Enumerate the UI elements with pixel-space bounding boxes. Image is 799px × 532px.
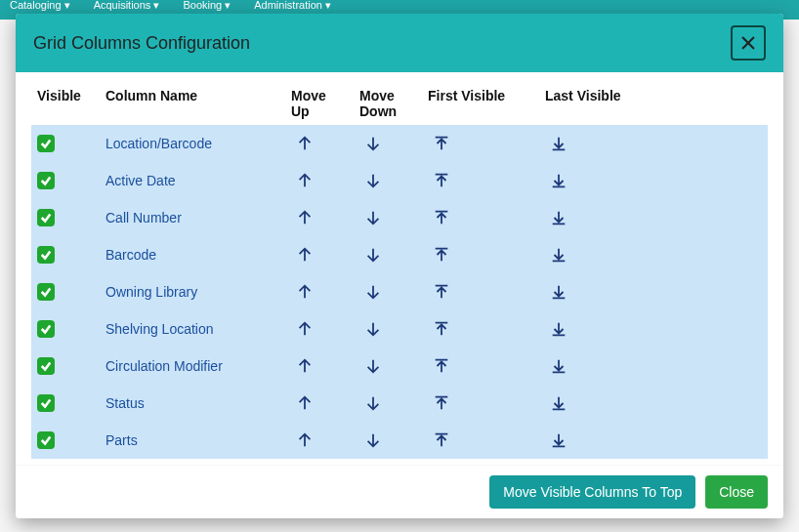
- move-down-button[interactable]: [359, 280, 387, 304]
- move-up-button[interactable]: [291, 206, 318, 229]
- column-name[interactable]: Parts: [105, 432, 138, 448]
- visible-toggle[interactable]: [37, 357, 55, 375]
- column-name[interactable]: Barcode: [105, 247, 156, 263]
- header-last-visible: Last Visible: [539, 78, 768, 125]
- move-down-button[interactable]: [359, 317, 387, 341]
- move-up-button[interactable]: [291, 354, 318, 378]
- last-visible-button[interactable]: [545, 354, 572, 378]
- close-x-button[interactable]: [731, 25, 766, 61]
- visible-toggle[interactable]: [37, 320, 55, 338]
- arrow-to-bottom-icon: [550, 283, 568, 301]
- column-name[interactable]: Status: [105, 395, 145, 411]
- arrow-to-top-icon: [433, 209, 450, 226]
- first-visible-button[interactable]: [428, 391, 455, 415]
- move-down-button[interactable]: [359, 243, 387, 266]
- move-up-button[interactable]: [291, 132, 318, 155]
- header-first-visible: First Visible: [422, 78, 539, 125]
- first-visible-button[interactable]: [428, 317, 455, 341]
- arrow-to-bottom-icon: [550, 320, 568, 338]
- move-up-button[interactable]: [291, 243, 318, 266]
- modal-backdrop: Grid Columns Configuration Visible Colum…: [0, 0, 799, 532]
- move-down-button[interactable]: [359, 354, 387, 378]
- first-visible-button[interactable]: [428, 354, 455, 378]
- first-visible-button[interactable]: [428, 206, 455, 229]
- table-row: Active Date: [31, 162, 768, 199]
- visible-toggle[interactable]: [37, 246, 55, 264]
- arrow-down-icon: [364, 283, 382, 301]
- table-row: Location/Barcode: [31, 125, 768, 162]
- visible-toggle[interactable]: [37, 431, 55, 449]
- arrow-down-icon: [364, 209, 382, 226]
- arrow-to-bottom-icon: [550, 394, 568, 412]
- table-row: Barcode: [31, 236, 768, 273]
- table-row: Owning Library: [31, 273, 768, 310]
- first-visible-button[interactable]: [428, 169, 455, 192]
- arrow-to-top-icon: [433, 135, 450, 152]
- column-name[interactable]: Call Number: [105, 210, 182, 225]
- arrow-to-top-icon: [433, 172, 450, 189]
- move-visible-top-button[interactable]: Move Visible Columns To Top: [489, 475, 695, 509]
- move-up-button[interactable]: [291, 280, 318, 304]
- move-down-button[interactable]: [359, 391, 387, 415]
- close-icon: [740, 35, 756, 51]
- last-visible-button[interactable]: [545, 391, 572, 415]
- column-name[interactable]: Circulation Modifier: [105, 358, 223, 374]
- move-up-button[interactable]: [291, 169, 318, 192]
- arrow-up-icon: [296, 135, 314, 152]
- table-row: Circulation Modifier: [31, 348, 768, 385]
- move-down-button[interactable]: [359, 169, 387, 192]
- last-visible-button[interactable]: [545, 317, 572, 341]
- first-visible-button[interactable]: [428, 243, 455, 266]
- modal-header: Grid Columns Configuration: [16, 14, 783, 72]
- move-up-button[interactable]: [291, 317, 318, 341]
- arrow-up-icon: [296, 394, 314, 412]
- header-move-up: MoveUp: [285, 78, 354, 125]
- move-down-button[interactable]: [359, 206, 387, 229]
- visible-toggle[interactable]: [37, 135, 55, 152]
- move-down-button[interactable]: [359, 132, 387, 155]
- last-visible-button[interactable]: [545, 132, 572, 155]
- arrow-to-bottom-icon: [550, 172, 568, 189]
- column-name[interactable]: Owning Library: [105, 284, 197, 300]
- column-name[interactable]: Active Date: [105, 173, 176, 188]
- table-row: Call Number: [31, 199, 768, 236]
- modal-body[interactable]: Visible Column Name MoveUp MoveDown Firs…: [16, 72, 783, 465]
- first-visible-button[interactable]: [428, 429, 455, 452]
- arrow-down-icon: [364, 135, 382, 152]
- column-name[interactable]: Location/Barcode: [105, 136, 212, 151]
- first-visible-button[interactable]: [428, 132, 455, 155]
- visible-toggle[interactable]: [37, 209, 55, 226]
- column-name[interactable]: Shelving Location: [105, 321, 214, 337]
- arrow-up-icon: [296, 172, 314, 189]
- arrow-to-top-icon: [433, 357, 450, 375]
- arrow-to-bottom-icon: [550, 431, 568, 449]
- close-button[interactable]: Close: [705, 475, 768, 509]
- move-up-button[interactable]: [291, 391, 318, 415]
- arrow-up-icon: [296, 283, 314, 301]
- arrow-up-icon: [296, 357, 314, 375]
- arrow-down-icon: [364, 246, 382, 264]
- arrow-to-bottom-icon: [550, 135, 568, 152]
- last-visible-button[interactable]: [545, 429, 572, 452]
- last-visible-button[interactable]: [545, 169, 572, 192]
- modal-footer: Move Visible Columns To Top Close: [16, 465, 783, 518]
- move-down-button[interactable]: [359, 429, 387, 452]
- last-visible-button[interactable]: [545, 206, 572, 229]
- arrow-up-icon: [296, 320, 314, 338]
- arrow-to-top-icon: [433, 320, 450, 338]
- arrow-to-top-icon: [433, 246, 450, 264]
- arrow-to-bottom-icon: [550, 357, 568, 375]
- visible-toggle[interactable]: [37, 394, 55, 412]
- arrow-to-top-icon: [433, 431, 450, 449]
- move-up-button[interactable]: [291, 429, 318, 452]
- arrow-to-top-icon: [433, 283, 450, 301]
- arrow-to-top-icon: [433, 394, 450, 412]
- last-visible-button[interactable]: [545, 243, 572, 266]
- columns-table: Visible Column Name MoveUp MoveDown Firs…: [31, 78, 768, 465]
- first-visible-button[interactable]: [428, 280, 455, 304]
- arrow-to-bottom-icon: [550, 246, 568, 264]
- last-visible-button[interactable]: [545, 280, 572, 304]
- visible-toggle[interactable]: [37, 283, 55, 301]
- visible-toggle[interactable]: [37, 172, 55, 189]
- arrow-down-icon: [364, 357, 382, 375]
